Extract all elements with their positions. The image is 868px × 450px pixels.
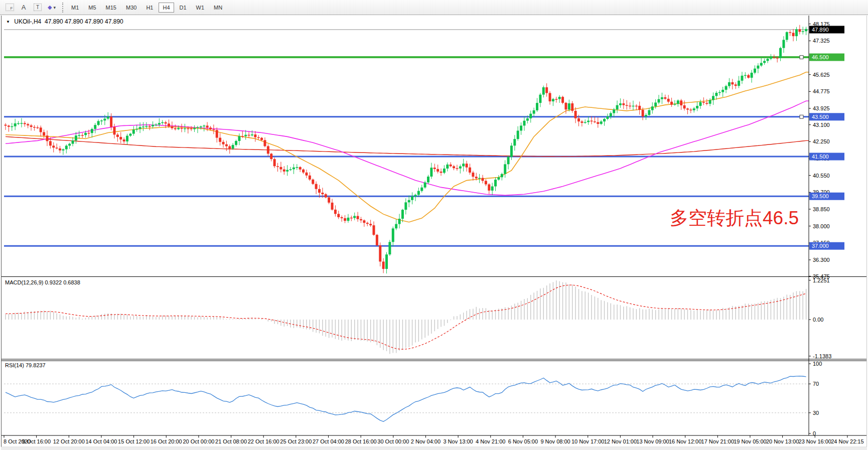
candle-body [658, 99, 660, 103]
tf-w1-button[interactable]: W1 [192, 3, 209, 13]
candle-body [72, 140, 74, 144]
candle-body [11, 126, 13, 127]
time-tick-label: 17 Nov 21:00 [701, 438, 734, 444]
price-tick-label: 38.850 [813, 206, 830, 212]
candle-body [129, 134, 131, 136]
candle-body [49, 141, 52, 145]
candle-body [341, 217, 343, 218]
candle-body [33, 127, 36, 128]
candle-body [437, 169, 439, 172]
time-tick-label: 20 Oct 00:00 [183, 438, 214, 444]
macd-pane[interactable] [6, 280, 806, 354]
candle-body [328, 198, 330, 203]
tf-h1-button[interactable]: H1 [142, 3, 157, 13]
time-tick-label: 22 Oct 16:00 [248, 438, 279, 444]
candle-body [622, 103, 625, 105]
toolbar: F A T ◆ ▾ M1M5M15M30H1H4D1W1MN [0, 0, 868, 15]
arrow-tool-button[interactable]: A [17, 2, 30, 14]
time-tick-label: 28 Oct 16:00 [345, 438, 377, 444]
price-level-badge-label: 41.500 [812, 154, 829, 160]
candle-body [123, 139, 125, 141]
candle-body [235, 141, 237, 145]
tf-m5-button[interactable]: M5 [84, 3, 100, 13]
collapse-triangle-icon[interactable]: ▼ [6, 20, 10, 24]
candle-body [30, 125, 33, 127]
candle-body [353, 216, 356, 218]
tf-m1-button[interactable]: M1 [67, 3, 83, 13]
candle-body [504, 164, 506, 174]
time-tick-label: 9 Nov 08:00 [540, 438, 570, 444]
price-tick-label: 43.100 [813, 122, 830, 128]
candle-body [526, 118, 529, 121]
time-tick-label: 9 Oct 16:00 [22, 438, 51, 444]
main-price-pane[interactable] [4, 25, 809, 274]
candle-body [75, 135, 77, 140]
candle-body [263, 140, 266, 146]
candle-body [453, 166, 455, 168]
text-tool-icon: T [34, 4, 42, 11]
candle-body [161, 122, 164, 123]
candle-body [747, 75, 750, 78]
time-tick-label: 30 Oct 00:00 [377, 438, 409, 444]
chart-window[interactable]: 48.17547.32545.62544.77543.92543.10042.2… [1, 16, 867, 450]
candle-body [712, 96, 714, 100]
candle-body [545, 87, 548, 93]
price-level-badge-label: 37.000 [812, 243, 829, 249]
chevron-down-icon: ▾ [53, 5, 56, 10]
rsi-pane[interactable] [4, 376, 809, 422]
candle-body [642, 110, 644, 116]
time-tick-label: 2 Nov 04:00 [411, 438, 441, 444]
level-line-handle[interactable] [800, 115, 803, 118]
candle-body [107, 117, 109, 119]
candle-body [594, 121, 596, 122]
candle-body [542, 87, 545, 95]
price-tick-label: 42.250 [813, 138, 830, 144]
candle-body [404, 202, 407, 210]
candle-body [279, 167, 282, 170]
time-tick-label: 19 Nov 05:00 [734, 438, 766, 444]
tf-d1-button[interactable]: D1 [176, 3, 191, 13]
candle-body [257, 137, 260, 138]
macd-tick-label: 1.2251 [813, 277, 830, 283]
chart-symbol-period: UKOil-,H4 [14, 18, 41, 25]
candle-body [87, 133, 90, 134]
tf-m15-button[interactable]: M15 [102, 3, 120, 13]
candle-body [654, 102, 657, 106]
shapes-tool-button[interactable]: ◆ ▾ [45, 2, 58, 14]
candle-body [305, 173, 308, 176]
candle-body [414, 195, 416, 196]
candle-body [450, 165, 452, 166]
candle-body [193, 128, 196, 129]
candle-body [731, 82, 734, 84]
candle-body [446, 165, 449, 169]
time-tick-label: 12 Nov 01:00 [604, 438, 637, 444]
candle-body [296, 167, 298, 168]
time-tick-label: 21 Oct 08:00 [215, 438, 247, 444]
candle-body [81, 135, 84, 136]
candle-body [520, 125, 522, 130]
candle-body [350, 218, 353, 219]
text-tool-button[interactable]: T [31, 2, 44, 14]
candle-body [46, 135, 48, 141]
candle-body [686, 108, 689, 109]
template-tool-button[interactable]: F [3, 2, 16, 14]
candle-body [481, 178, 484, 181]
candle-body [417, 191, 420, 195]
time-tick-label: 14 Oct 04:00 [85, 438, 117, 444]
candle-body [795, 29, 798, 36]
candle-body [312, 180, 314, 184]
rsi-indicator-name: RSI(14) [5, 362, 24, 368]
chart-canvas[interactable]: 48.17547.32545.62544.77543.92543.10042.2… [1, 16, 867, 450]
candle-body [360, 219, 362, 220]
arrow-tool-icon: A [22, 4, 26, 11]
level-line-handle[interactable] [800, 56, 803, 59]
candle-body [754, 69, 756, 73]
candle-body [478, 178, 481, 179]
candle-body [14, 123, 17, 126]
candle-body [251, 134, 253, 135]
candle-body [735, 84, 737, 86]
tf-h4-button[interactable]: H4 [159, 3, 174, 13]
tf-m30-button[interactable]: M30 [122, 3, 140, 13]
tf-mn-button[interactable]: MN [210, 3, 226, 13]
candle-body [786, 32, 788, 40]
